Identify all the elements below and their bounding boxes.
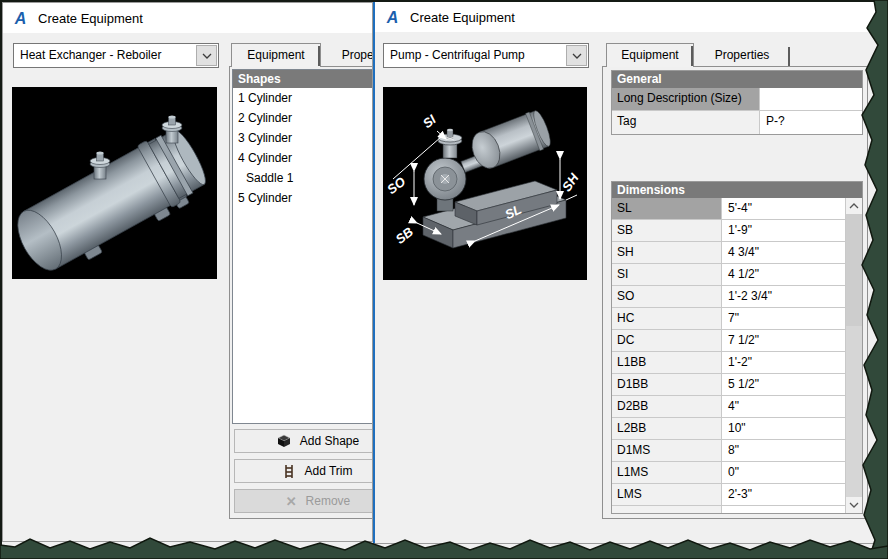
titlebar[interactable]: A Create Equipment [3, 3, 372, 33]
dim-label[interactable]: D1BB [612, 374, 722, 395]
tab-properties[interactable]: Properties [694, 45, 790, 67]
dim-label-sb: SB [392, 224, 415, 247]
add-shape-label: Add Shape [300, 434, 359, 448]
equipment-type-value[interactable]: Heat Exchanger - Reboiler [14, 44, 195, 67]
equipment-type-combobox[interactable]: Pump - Centrifugal Pump [383, 43, 589, 68]
dim-label[interactable]: DC [612, 330, 722, 351]
table-row: D1MS8" [612, 440, 845, 462]
dim-value[interactable]: 0" [722, 462, 845, 483]
dim-value[interactable]: 4" [722, 396, 845, 417]
scroll-down-icon [849, 502, 859, 508]
combobox-dropdown-button[interactable] [196, 45, 217, 66]
table-row: LMS2'-3" [612, 484, 845, 506]
dim-value[interactable]: 1'-2" [722, 352, 845, 373]
autocad-logo-icon: A [12, 10, 29, 27]
dim-value[interactable]: 4 3/4" [722, 242, 845, 263]
scroll-up-icon [849, 203, 859, 209]
remove-x-icon: ✕ [286, 495, 297, 508]
add-trim-button[interactable]: Add Trim [234, 459, 373, 483]
remove-button: ✕ Remove [234, 489, 373, 513]
dim-value[interactable]: 4 1/2" [722, 264, 845, 285]
dimensions-grid: Dimensions SL5'-4" SB1'-9" SH4 3/4" SI4 … [611, 181, 863, 514]
dim-value[interactable]: 1'-2 3/4" [722, 286, 845, 307]
dim-label[interactable]: SH [612, 242, 722, 263]
list-item[interactable]: 2 Cylinder [233, 108, 373, 128]
general-grid-header: General [612, 71, 862, 88]
list-item[interactable]: 1 Cylinder [233, 88, 373, 108]
create-equipment-dialog-left: A Create Equipment Heat Exchanger - Rebo… [2, 2, 373, 542]
table-row: SI4 1/2" [612, 264, 845, 286]
dim-label[interactable]: L2BB [612, 418, 722, 439]
dim-label[interactable]: D2BB [612, 396, 722, 417]
cube-icon [277, 434, 291, 448]
scroll-down-button[interactable] [846, 497, 862, 513]
general-row-label[interactable]: Long Description (Size) [612, 88, 760, 110]
dimensions-rows: SL5'-4" SB1'-9" SH4 3/4" SI4 1/2" SO1'-2… [612, 198, 845, 513]
dim-value[interactable]: 8" [722, 440, 845, 461]
dim-label-so: SO [384, 174, 408, 197]
dim-label[interactable]: SI [612, 264, 722, 285]
dimensions-scrollbar[interactable] [845, 198, 862, 513]
titlebar[interactable]: A Create Equipment [375, 2, 887, 32]
scrollbar-thumb[interactable] [846, 214, 862, 326]
screenshot-stage: A Create Equipment Heat Exchanger - Rebo… [0, 0, 888, 559]
table-row: SL5'-4" [612, 198, 845, 220]
shapes-list-header: Shapes [233, 70, 373, 88]
general-row-value[interactable] [760, 88, 862, 110]
dim-label[interactable]: SL [612, 198, 722, 219]
chevron-down-icon [202, 53, 212, 59]
combobox-dropdown-button[interactable] [566, 45, 587, 66]
general-row-label[interactable]: Tag [612, 111, 760, 134]
equipment-type-combobox[interactable]: Heat Exchanger - Reboiler [13, 43, 219, 68]
dim-value[interactable]: 5'-4" [722, 198, 845, 219]
table-row: L1MS0" [612, 462, 845, 484]
tabstrip: Equipment Properties [606, 43, 790, 67]
dim-value[interactable]: 2'-3" [722, 484, 845, 505]
table-row: SB1'-9" [612, 220, 845, 242]
equipment-type-value[interactable]: Pump - Centrifugal Pump [384, 44, 565, 67]
dim-value[interactable]: 10" [722, 418, 845, 439]
ladder-icon [283, 464, 295, 479]
table-row: HC7" [612, 308, 845, 330]
general-grid: General Long Description (Size) Tag P-? [611, 70, 863, 135]
table-row: D1BB5 1/2" [612, 374, 845, 396]
table-row: SH4 3/4" [612, 242, 845, 264]
table-row: L1BB1'-2" [612, 352, 845, 374]
tab-equipment[interactable]: Equipment [606, 43, 694, 67]
dim-label[interactable]: HC [612, 308, 722, 329]
shapes-listbox: Shapes 1 Cylinder 2 Cylinder 3 Cylinder … [232, 69, 373, 424]
list-item[interactable]: 5 Cylinder [233, 188, 373, 208]
dim-value[interactable]: 5 1/2" [722, 374, 845, 395]
dim-label[interactable]: LMS [612, 484, 722, 505]
add-shape-button[interactable]: Add Shape [234, 429, 373, 453]
remove-label: Remove [306, 494, 351, 508]
table-row: DC7 1/2" [612, 330, 845, 352]
list-item[interactable]: 3 Cylinder [233, 128, 373, 148]
dim-label[interactable]: D1MS [612, 440, 722, 461]
dim-label[interactable]: L1MS [612, 462, 722, 483]
table-row: L2BB10" [612, 418, 845, 440]
chevron-down-icon [572, 53, 582, 59]
dim-label[interactable]: SO [612, 286, 722, 307]
dim-label-si: SI [420, 112, 439, 132]
pump-preview: SI SO SB SL SH [383, 87, 587, 280]
table-row: Tag P-? [612, 111, 862, 134]
dim-value[interactable]: 1'-9" [722, 220, 845, 241]
table-row [612, 506, 845, 513]
autocad-logo-icon: A [384, 9, 401, 26]
list-item[interactable]: 4 Cylinder [233, 148, 373, 168]
dim-value[interactable]: 7" [722, 308, 845, 329]
scroll-up-button[interactable] [846, 198, 862, 214]
heat-exchanger-preview [12, 87, 217, 279]
general-row-value[interactable]: P-? [760, 111, 862, 134]
equipment-tab-panel: General Long Description (Size) Tag P-? … [602, 66, 868, 519]
table-row: SO1'-2 3/4" [612, 286, 845, 308]
list-item[interactable]: Saddle 1 [233, 168, 373, 188]
tab-equipment[interactable]: Equipment [231, 43, 321, 67]
tab-properties[interactable]: Properties [321, 45, 373, 67]
dim-label[interactable]: SB [612, 220, 722, 241]
dim-value[interactable]: 7 1/2" [722, 330, 845, 351]
equipment-tab-panel: Shapes 1 Cylinder 2 Cylinder 3 Cylinder … [229, 66, 373, 519]
create-equipment-dialog-right: A Create Equipment Pump - Centrifugal Pu… [373, 1, 888, 544]
dim-label[interactable]: L1BB [612, 352, 722, 373]
